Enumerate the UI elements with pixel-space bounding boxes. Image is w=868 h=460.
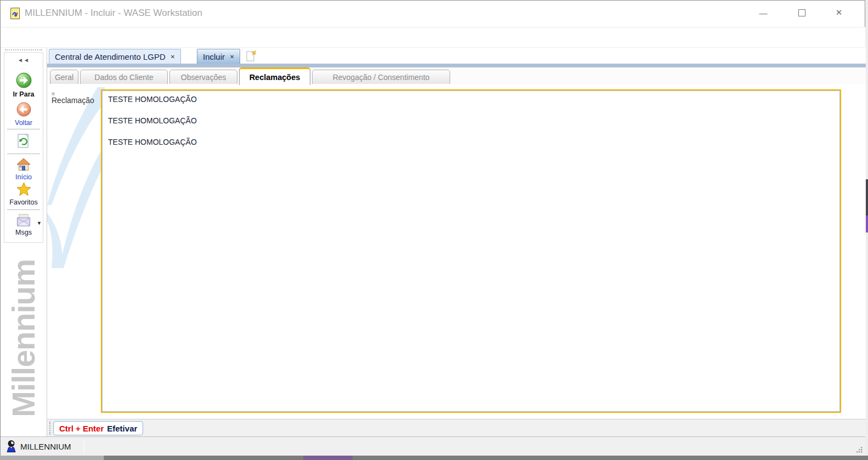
new-tab-icon[interactable] [246, 50, 256, 61]
footer-toolbar: Ctrl + Enter Efetivar [47, 419, 866, 436]
subtab-reclamacoes-active[interactable]: Reclamações [239, 67, 310, 85]
main-tab-bar: Central de Atendimento LGPD ✕ Incluir ✕ [47, 48, 866, 64]
resize-grip[interactable] [855, 445, 863, 453]
sidebar-item-refresh[interactable] [4, 134, 43, 151]
status-bar: MILLENNIUM [1, 436, 865, 456]
refresh-page-icon [18, 134, 30, 149]
subtab-geral[interactable]: Geral [50, 70, 78, 84]
home-icon [16, 158, 31, 171]
go-forward-icon [16, 72, 32, 88]
sub-tab-bar: Geral Dados do Cliente Observações Recla… [47, 67, 866, 84]
subtab-dados-do-cliente[interactable]: Dados do Cliente [80, 70, 168, 84]
minimize-button[interactable]: — [747, 1, 779, 25]
close-button[interactable]: ✕ [823, 1, 855, 25]
status-username: MILLENNIUM [20, 442, 71, 451]
app-icon [10, 8, 20, 19]
star-icon [16, 182, 31, 196]
sidebar-icon-panel: ◄◄ Ir Para Voltar [4, 52, 43, 243]
sidebar: ◄◄ Ir Para Voltar [1, 48, 47, 436]
taskbar-strip [303, 456, 353, 460]
messages-envelope-icon [16, 214, 31, 226]
taskbar-strip [0, 456, 104, 460]
minimize-icon: — [759, 8, 768, 18]
sidebar-drag-grip[interactable] [5, 49, 42, 50]
title-bar: MILLENNIUM - Incluir - WASE Workstation … [1, 1, 865, 27]
tab-central-de-atendimento-lgpd[interactable]: Central de Atendimento LGPD ✕ [49, 49, 181, 64]
sidebar-item-inicio[interactable]: Início [4, 158, 43, 181]
field-label: Reclamação [52, 96, 94, 105]
collapse-sidebar-button[interactable]: ◄◄ [4, 57, 43, 63]
sidebar-item-ir-para[interactable]: Ir Para [4, 72, 43, 98]
maximize-icon [798, 9, 805, 16]
required-indicator-dot [52, 92, 55, 95]
efetivar-label: Efetivar [107, 424, 137, 433]
millennium-logo-watermark [47, 87, 105, 268]
collapse-arrows-icon: ◄◄ [18, 57, 30, 63]
content-panel: Reclamação TESTE HOMOLOGAÇÃO TESTE HOMOL… [47, 84, 866, 419]
menu-bar: Navegador Ir Favoritos Janelas (1) ↓ [1, 27, 865, 48]
app-window: MILLENNIUM - Incluir - WASE Workstation … [0, 0, 865, 456]
msgs-dropdown-icon[interactable]: ▼ [37, 220, 42, 226]
tab-close-icon[interactable]: ✕ [230, 54, 234, 60]
millennium-watermark: Millennium [1, 242, 47, 435]
window-title: MILLENNIUM - Incluir - WASE Workstation [25, 8, 202, 19]
close-icon: ✕ [836, 8, 843, 18]
sidebar-item-favoritos[interactable]: Favoritos [4, 182, 43, 206]
subtab-revogacao-consentimento[interactable]: Revogação / Consentimento [312, 70, 450, 84]
tab-bar-band [47, 64, 866, 67]
go-back-icon [16, 102, 31, 117]
sidebar-separator [7, 209, 40, 210]
user-icon [6, 440, 16, 452]
status-separator [84, 440, 84, 453]
sidebar-separator [7, 154, 40, 154]
efetivar-button[interactable]: Ctrl + Enter Efetivar [53, 421, 143, 435]
sidebar-separator [7, 129, 40, 129]
shortcut-hint: Ctrl + Enter [59, 424, 104, 433]
taskbar-strip [0, 456, 868, 460]
tab-incluir[interactable]: Incluir ✕ [197, 49, 240, 64]
sidebar-item-voltar[interactable]: Voltar [4, 102, 43, 127]
reclamacao-textarea[interactable]: TESTE HOMOLOGAÇÃO TESTE HOMOLOGAÇÃO TEST… [102, 90, 840, 412]
subtab-observacoes[interactable]: Observações [169, 70, 237, 84]
tab-close-icon[interactable]: ✕ [171, 54, 175, 60]
maximize-button[interactable] [786, 1, 818, 25]
footer-drag-grip[interactable] [49, 422, 50, 435]
